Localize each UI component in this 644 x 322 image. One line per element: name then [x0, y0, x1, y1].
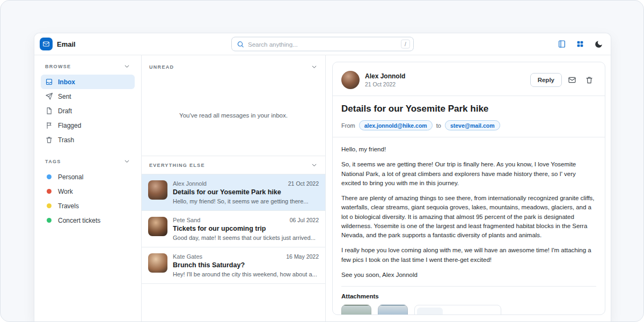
- from-email-chip[interactable]: alex.jonnold@hike.com: [359, 120, 433, 130]
- sidebar-item-label: Flagged: [58, 122, 81, 129]
- mail-list-item[interactable]: Pete Sand 06 Jul 2022 Tickets for our up…: [142, 211, 325, 247]
- message-addresses: From alex.jonnold@hike.com to steve@mail…: [341, 120, 596, 130]
- app-header: Email /: [34, 33, 611, 55]
- trash-icon: [45, 136, 53, 144]
- tag-item-work[interactable]: Work: [41, 184, 135, 199]
- mail-sender: Pete Sand: [173, 217, 200, 223]
- mail-date: 06 Jul 2022: [290, 217, 319, 223]
- to-label: to: [436, 122, 441, 129]
- search-icon: [237, 40, 244, 48]
- trash-icon: [585, 76, 594, 84]
- tags-section-label: Tags: [45, 159, 61, 164]
- forward-mail-button[interactable]: [565, 73, 579, 87]
- chevron-down-icon[interactable]: [311, 162, 318, 169]
- file-name: videos-hike.zip: [449, 313, 491, 315]
- divider: [333, 96, 605, 96]
- chevron-down-icon[interactable]: [311, 63, 318, 70]
- message-sender-name: Alex Jonnold: [365, 72, 405, 80]
- tag-color-dot: [47, 218, 52, 223]
- sidebar-item-label: Sent: [58, 93, 71, 100]
- mail-subject: Brunch this Saturday?: [173, 261, 319, 269]
- from-label: From: [341, 122, 355, 129]
- message-date: 21 Oct 2022: [365, 81, 405, 87]
- browse-section-header[interactable]: Browse: [41, 63, 135, 70]
- avatar: [341, 71, 360, 89]
- tag-item-personal[interactable]: Personal: [41, 170, 135, 184]
- mail-subject: Tickets for our upcoming trip: [173, 225, 319, 232]
- sidebar-item-inbox[interactable]: Inbox: [41, 75, 135, 89]
- dark-mode-icon: [594, 40, 603, 49]
- attachments-label: Attachments: [341, 293, 596, 299]
- unread-section-label: Unread: [149, 64, 174, 70]
- to-email-chip[interactable]: steve@mail.com: [445, 120, 500, 130]
- mail-snippet: Hello, my friend! So, it seems we are ge…: [173, 198, 319, 204]
- tag-color-dot: [47, 189, 52, 194]
- tags-section-header[interactable]: Tags: [41, 158, 135, 165]
- attachments-row: videos-hike.zip 100 MB: [341, 305, 596, 315]
- envelope-icon: [568, 76, 576, 84]
- message-header: Alex Jonnold 21 Oct 2022 Reply: [341, 71, 596, 89]
- message-paragraph: So, it seems we are getting there! Our t…: [341, 160, 596, 188]
- chevron-down-icon[interactable]: [123, 158, 130, 165]
- sidebar-item-flagged[interactable]: Flagged: [41, 118, 135, 133]
- attachment-image-1[interactable]: [341, 305, 371, 315]
- tag-item-travels[interactable]: Travels: [41, 199, 135, 213]
- chevron-down-icon[interactable]: [123, 63, 130, 70]
- message-body: Hello, my friend! So, it seems we are ge…: [341, 145, 596, 280]
- sidebar-item-draft[interactable]: Draft: [41, 104, 135, 118]
- mail-item-body: Alex Jonnold 21 Oct 2022 Details for our…: [173, 180, 319, 204]
- email-app-window: Email /: [34, 33, 611, 322]
- inbox-icon: [45, 78, 53, 86]
- search-bar[interactable]: /: [231, 37, 414, 52]
- mail-item-body: Kate Gates 16 May 2022 Brunch this Satur…: [173, 253, 319, 277]
- attachment-image-2[interactable]: [378, 305, 408, 315]
- mail-sender: Alex Jonnold: [173, 180, 207, 187]
- sidebar-item-trash[interactable]: Trash: [41, 133, 135, 147]
- mail-item-body: Pete Sand 06 Jul 2022 Tickets for our up…: [173, 217, 319, 241]
- sidebar-item-label: Trash: [58, 136, 74, 144]
- mail-list-column: Unread You've read all messages in your …: [142, 55, 326, 322]
- app-logo: [40, 38, 53, 50]
- divider: [333, 137, 605, 137]
- envelope-icon: [42, 40, 50, 48]
- tag-item-concert-tickets[interactable]: Concert tickets: [41, 213, 135, 228]
- avatar: [148, 217, 167, 236]
- message-paragraph: There are plenty of amazing things to se…: [341, 194, 596, 240]
- everything-else-section-header[interactable]: Everything else: [142, 156, 325, 174]
- book-icon: [558, 40, 566, 48]
- tag-color-dot: [47, 174, 52, 179]
- screen-frame: Email /: [0, 0, 644, 322]
- mail-list-item[interactable]: Alex Jonnold 21 Oct 2022 Details for our…: [142, 174, 325, 211]
- tag-label: Work: [58, 188, 73, 195]
- draft-icon: [45, 107, 53, 115]
- reply-button[interactable]: Reply: [530, 73, 562, 87]
- file-info: videos-hike.zip 100 MB: [449, 313, 491, 315]
- sidebar-item-sent[interactable]: Sent: [41, 89, 135, 104]
- tag-label: Concert tickets: [58, 217, 100, 224]
- send-icon: [45, 92, 53, 100]
- tag-label: Travels: [58, 202, 79, 210]
- search-input[interactable]: [248, 41, 397, 47]
- mail-snippet: Hey! I'll be around the city this weeken…: [173, 271, 319, 277]
- unread-section-header[interactable]: Unread: [142, 55, 325, 75]
- sidebar-item-label: Inbox: [58, 78, 75, 86]
- attachment-file-card[interactable]: videos-hike.zip 100 MB: [414, 305, 501, 315]
- mail-snippet: Good day, mate! It seems that our ticket…: [173, 235, 319, 241]
- browse-section-label: Browse: [45, 64, 71, 69]
- apps-grid-icon: [576, 40, 584, 48]
- book-icon-button[interactable]: [555, 37, 569, 51]
- message-sender-block: Alex Jonnold 21 Oct 2022: [365, 72, 405, 87]
- app-title: Email: [57, 40, 76, 48]
- mail-list-item[interactable]: Kate Gates 16 May 2022 Brunch this Satur…: [142, 247, 325, 284]
- dark-mode-toggle[interactable]: [591, 37, 605, 51]
- header-actions: [555, 37, 605, 51]
- search-shortcut-key: /: [401, 40, 410, 49]
- apps-grid-button[interactable]: [573, 37, 587, 51]
- flag-icon: [45, 121, 53, 129]
- message-card: Alex Jonnold 21 Oct 2022 Reply: [332, 62, 605, 315]
- tag-label: Personal: [58, 173, 83, 181]
- sidebar-item-label: Draft: [58, 107, 72, 115]
- message-paragraph: Hello, my friend!: [341, 145, 596, 154]
- mail-sender: Kate Gates: [173, 253, 202, 260]
- delete-message-button[interactable]: [582, 73, 596, 87]
